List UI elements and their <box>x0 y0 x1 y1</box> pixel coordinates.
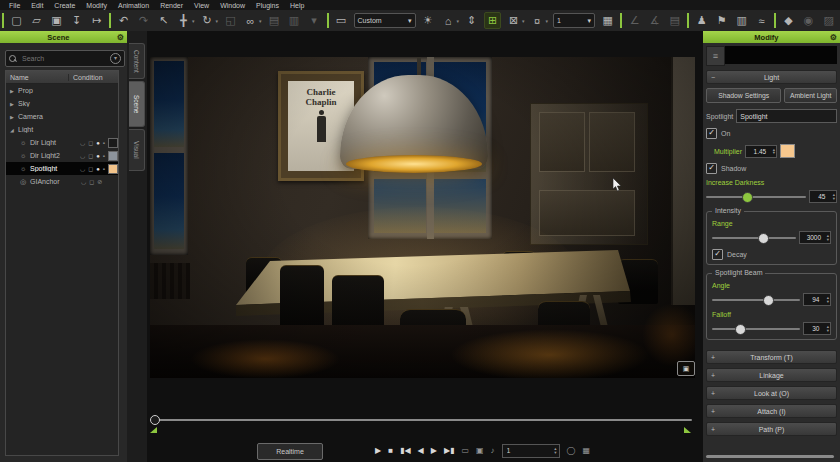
frame-number-field[interactable]: ▴▾ <box>502 444 560 458</box>
paste-icon[interactable]: ▥ <box>287 13 302 28</box>
state-square-icon[interactable]: ▪ <box>103 153 105 159</box>
tree-row-gianchor[interactable]: ◎GIAnchor ◡ ◻ ⊘ <box>6 175 118 188</box>
new-file-icon[interactable]: ▢ <box>9 13 24 28</box>
angle-constraint-icon[interactable]: ∠ <box>627 13 642 28</box>
tree-row-dir-light[interactable]: ☼Dir Light ◡ ◻ ● ▪ <box>6 136 118 149</box>
slider-knob[interactable] <box>758 233 769 244</box>
angle-field[interactable]: 94 ▴▾ <box>803 293 831 306</box>
visibility-toggle-icon[interactable]: ◡ <box>80 139 85 146</box>
gear-icon[interactable]: ⚙ <box>830 33 837 42</box>
light-color-swatch[interactable] <box>108 138 118 148</box>
ambient-light-button[interactable]: Ambient Light <box>784 88 837 103</box>
sliders-icon[interactable]: ≡ <box>706 46 725 66</box>
tab-content[interactable]: Content <box>129 43 145 79</box>
section-light[interactable]: − Light <box>706 70 837 84</box>
on-checkbox[interactable]: ✓ <box>706 128 717 139</box>
state-square-icon[interactable]: ▪ <box>103 140 105 146</box>
rotate-tool-icon[interactable]: ↻ <box>200 13 215 28</box>
menu-modify[interactable]: Modify <box>81 2 112 9</box>
increase-darkness-field[interactable]: 45 ▴▾ <box>809 190 837 203</box>
move-tool-dropdown[interactable]: ▾ <box>192 18 195 24</box>
angle-snap-icon[interactable]: ∡ <box>647 13 662 28</box>
disabled-icon[interactable]: ⊘ <box>97 178 102 185</box>
light-name-field[interactable]: Spotlight <box>736 109 837 123</box>
scene-search[interactable]: ▾ <box>5 50 125 67</box>
record-button[interactable]: ◯ <box>567 446 576 455</box>
timeline-playhead[interactable] <box>150 415 160 425</box>
shadow-checkbox[interactable]: ✓ <box>706 163 717 174</box>
visibility-toggle-icon[interactable]: ◡ <box>80 165 85 172</box>
actor-icon[interactable]: ♟ <box>694 13 709 28</box>
more-tools-chevron-icon[interactable]: ▾ <box>307 13 322 28</box>
menu-animation[interactable]: Animation <box>113 2 154 9</box>
save-icon[interactable]: ▣ <box>49 13 64 28</box>
shadow-settings-button[interactable]: Shadow Settings <box>706 88 781 103</box>
section-path[interactable]: + Path (P) <box>706 422 837 436</box>
state-dot-icon[interactable]: ● <box>96 140 100 146</box>
expand-icon[interactable]: + <box>707 426 719 433</box>
visibility-toggle-icon[interactable]: ◡ <box>81 178 86 185</box>
undo-icon[interactable]: ↶ <box>116 13 131 28</box>
section-transform[interactable]: + Transform (T) <box>706 350 837 364</box>
light-color-swatch[interactable] <box>780 144 795 158</box>
screen-mode-button[interactable]: ▣ <box>476 446 484 455</box>
expand-icon[interactable]: + <box>707 372 719 379</box>
range-field[interactable]: 3000 ▴▾ <box>799 231 831 244</box>
tree-row-prop[interactable]: ▶Prop <box>6 84 118 97</box>
go-to-end-button[interactable]: ▶▮ <box>444 446 455 455</box>
light-color-swatch[interactable] <box>108 151 118 161</box>
expand-view-icon[interactable]: ⊠ <box>506 13 521 28</box>
menu-help[interactable]: Help <box>285 2 309 9</box>
import-icon[interactable]: ↧ <box>69 13 84 28</box>
slider-knob[interactable] <box>763 295 774 306</box>
menu-plugins[interactable]: Plugins <box>251 2 284 9</box>
lighting-icon[interactable]: ☀ <box>421 13 436 28</box>
timeline-end-marker[interactable] <box>684 427 691 433</box>
state-dot-icon[interactable]: ● <box>96 153 100 159</box>
viewport-display-button[interactable]: ▣ <box>677 361 695 376</box>
state-square-icon[interactable]: ▪ <box>103 166 105 172</box>
decay-checkbox[interactable]: ✓ <box>712 249 723 260</box>
lock-icon[interactable]: ◻ <box>88 165 93 172</box>
frame-spinner[interactable]: ▴▾ <box>554 447 556 454</box>
expand-icon[interactable]: + <box>707 354 719 361</box>
move-tool-icon[interactable]: ╋ <box>176 13 191 28</box>
lock-icon[interactable]: ◻ <box>88 152 93 159</box>
grid-snap-icon[interactable]: ⊞ <box>484 12 501 29</box>
media-folder-icon[interactable]: ▨ <box>821 13 836 28</box>
stop-button[interactable]: ■ <box>388 446 393 455</box>
go-to-start-button[interactable]: ▮◀ <box>400 446 411 455</box>
next-frame-button[interactable]: ▶ <box>431 446 437 455</box>
expand-view-dropdown[interactable]: ▾ <box>522 18 525 24</box>
camera-icon[interactable]: ▦ <box>600 13 615 28</box>
display-mode-icon[interactable]: ▭ <box>334 13 349 28</box>
home-view-dropdown[interactable]: ▾ <box>457 18 460 24</box>
increase-darkness-spinner[interactable]: ▴▾ <box>833 193 835 200</box>
menu-window[interactable]: Window <box>215 2 250 9</box>
gizmo-icon[interactable]: ◆ <box>781 13 796 28</box>
menu-create[interactable]: Create <box>49 2 80 9</box>
fit-view-icon[interactable]: ⇕ <box>464 13 479 28</box>
link-tool-dropdown[interactable]: ▾ <box>259 18 262 24</box>
caret-icon[interactable]: ▶ <box>10 101 15 107</box>
clipboard-icon[interactable]: ▥ <box>734 13 749 28</box>
camera-select[interactable]: 1 ▾ <box>553 13 595 28</box>
tree-row-camera[interactable]: ▶Camera <box>6 110 118 123</box>
section-attach[interactable]: + Attach (I) <box>706 404 837 418</box>
increase-darkness-slider[interactable] <box>706 196 806 198</box>
play-button[interactable]: ▶ <box>375 446 381 455</box>
angle-spinner[interactable]: ▴▾ <box>827 296 829 303</box>
multiplier-spinner[interactable]: ▴▾ <box>773 148 775 155</box>
scale-tool-icon[interactable]: ◱ <box>223 13 238 28</box>
section-linkage[interactable]: + Linkage <box>706 368 837 382</box>
marquee-icon[interactable]: ¤ <box>530 13 545 28</box>
timeline-start-marker[interactable] <box>150 427 157 433</box>
previous-frame-button[interactable]: ◀ <box>418 446 424 455</box>
select-tool-icon[interactable]: ↖ <box>156 13 171 28</box>
expand-icon[interactable]: + <box>707 408 719 415</box>
caret-icon[interactable]: ▶ <box>10 114 15 120</box>
tree-row-sky[interactable]: ▶Sky <box>6 97 118 110</box>
tab-visual[interactable]: Visual <box>129 129 145 171</box>
falloff-spinner[interactable]: ▴▾ <box>827 325 829 332</box>
rotate-tool-dropdown[interactable]: ▾ <box>216 18 219 24</box>
